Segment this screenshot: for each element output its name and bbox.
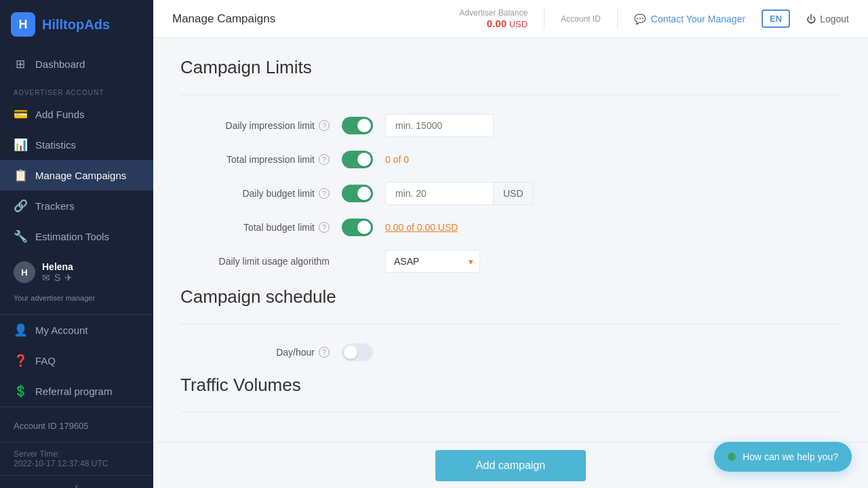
daily-budget-toggle[interactable] bbox=[342, 185, 373, 202]
total-impression-toggle[interactable] bbox=[342, 151, 373, 168]
traffic-volumes-title: Traffic Volumes bbox=[180, 375, 841, 396]
toggle-slider[interactable] bbox=[342, 117, 373, 134]
statistics-icon: 📊 bbox=[14, 138, 27, 152]
total-budget-toggle[interactable] bbox=[342, 219, 373, 236]
chat-icon: 💬 bbox=[634, 14, 646, 24]
add-funds-icon: 💳 bbox=[14, 107, 27, 121]
daily-limit-algorithm-row: Daily limit usage algorithm ASAP Evenly … bbox=[180, 250, 841, 273]
email-icon[interactable]: ✉ bbox=[42, 272, 50, 283]
logo-icon: H bbox=[11, 12, 35, 37]
sidebar-item-label: FAQ bbox=[35, 355, 56, 367]
faq-icon: ❓ bbox=[14, 354, 27, 368]
algorithm-select-wrap: ASAP Evenly ▾ bbox=[385, 250, 480, 273]
logo[interactable]: H HilltopAds bbox=[0, 0, 153, 49]
telegram-icon[interactable]: ✈ bbox=[64, 272, 73, 283]
day-hour-label: Day/hour ? bbox=[180, 347, 330, 358]
referral-icon: 💲 bbox=[14, 384, 27, 398]
manager-avatar: H bbox=[14, 261, 35, 283]
chat-label: How can we help you? bbox=[743, 451, 838, 462]
campaign-schedule-title: Campaign schedule bbox=[180, 286, 841, 307]
main-content: Manage Campaigns Advertiser Balance 0.00… bbox=[153, 0, 868, 488]
logout-label: Logout bbox=[820, 14, 849, 24]
chat-bubble[interactable]: How can we help you? bbox=[714, 442, 852, 472]
sidebar: H HilltopAds ⊞ Dashboard ADVERTISER ACCO… bbox=[0, 0, 153, 488]
sidebar-item-estimation-tools[interactable]: 🔧 Estimation Tools bbox=[0, 221, 153, 252]
sidebar-item-my-account[interactable]: 👤 My Account bbox=[0, 315, 153, 345]
toggle-slider[interactable] bbox=[342, 151, 373, 168]
toggle-slider[interactable] bbox=[342, 343, 373, 361]
dashboard-icon: ⊞ bbox=[14, 57, 27, 71]
sidebar-nav: ⊞ Dashboard ADVERTISER ACCOUNT 💳 Add Fun… bbox=[0, 49, 153, 407]
total-impression-limit-label: Total impression limit ? bbox=[180, 154, 330, 165]
header-divider-2 bbox=[617, 8, 618, 30]
algorithm-select[interactable]: ASAP Evenly bbox=[385, 250, 480, 273]
toggle-slider[interactable] bbox=[342, 219, 373, 236]
server-time: Server Time: 2022-10-17 12:37:48 UTC bbox=[0, 442, 153, 475]
section-divider-2 bbox=[180, 324, 841, 324]
sidebar-item-trackers[interactable]: 🔗 Trackers bbox=[0, 191, 153, 221]
daily-budget-limit-label: Daily budget limit ? bbox=[180, 188, 330, 199]
sidebar-bottom: Account ID 179605 Server Time: 2022-10-1… bbox=[0, 407, 153, 488]
manager-contact-icons: ✉ S ✈ bbox=[42, 272, 140, 283]
daily-impression-toggle[interactable] bbox=[342, 117, 373, 134]
skype-icon[interactable]: S bbox=[54, 272, 60, 283]
total-budget-limit-label: Total budget limit ? bbox=[180, 222, 330, 233]
manager-title: Your advertiser manager bbox=[0, 293, 153, 309]
sidebar-item-label: Add Funds bbox=[35, 109, 85, 120]
sidebar-item-add-funds[interactable]: 💳 Add Funds bbox=[0, 99, 153, 130]
estimation-tools-icon: 🔧 bbox=[14, 229, 27, 244]
sidebar-item-faq[interactable]: ❓ FAQ bbox=[0, 345, 153, 376]
sidebar-item-label: Dashboard bbox=[35, 58, 85, 70]
day-hour-toggle[interactable] bbox=[342, 343, 373, 361]
daily-impression-limit-label: Daily impression limit ? bbox=[180, 120, 330, 131]
sidebar-item-manage-campaigns[interactable]: 📋 Manage Campaigns bbox=[0, 160, 153, 191]
daily-budget-help-icon[interactable]: ? bbox=[319, 188, 330, 199]
total-budget-help-icon[interactable]: ? bbox=[319, 222, 330, 233]
collapse-sidebar-button[interactable]: ‹ bbox=[0, 475, 153, 488]
daily-limit-algorithm-label: Daily limit usage algorithm bbox=[180, 256, 330, 267]
add-campaign-button[interactable]: Add campaign bbox=[435, 450, 586, 481]
toggle-slider[interactable] bbox=[342, 185, 373, 202]
header-balance: Advertiser Balance 0.00 USD bbox=[459, 8, 528, 29]
sidebar-item-label: Estimation Tools bbox=[35, 231, 109, 242]
daily-impression-input[interactable] bbox=[385, 114, 494, 137]
language-selector[interactable]: EN bbox=[762, 10, 790, 28]
my-account-icon: 👤 bbox=[14, 323, 27, 337]
trackers-icon: 🔗 bbox=[14, 199, 27, 213]
sidebar-item-referral[interactable]: 💲 Referral program bbox=[0, 376, 153, 407]
total-impression-limit-row: Total impression limit ? 0 of 0 bbox=[180, 151, 841, 168]
logout-button[interactable]: ⏻ Logout bbox=[806, 14, 849, 24]
sidebar-item-label: Statistics bbox=[35, 139, 76, 151]
balance-currency: USD bbox=[509, 19, 528, 29]
day-hour-help-icon[interactable]: ? bbox=[319, 347, 330, 358]
sidebar-item-statistics[interactable]: 📊 Statistics bbox=[0, 130, 153, 160]
sidebar-item-label: Manage Campaigns bbox=[35, 170, 126, 181]
balance-amount: 0.00 bbox=[487, 18, 507, 29]
logout-icon: ⏻ bbox=[806, 14, 816, 24]
content-area: Campaign Limits Daily impression limit ?… bbox=[153, 38, 868, 488]
sidebar-item-label: Trackers bbox=[35, 200, 75, 212]
server-time-value: 2022-10-17 12:37:48 UTC bbox=[14, 459, 140, 468]
total-impression-help-icon[interactable]: ? bbox=[319, 154, 330, 165]
daily-budget-limit-row: Daily budget limit ? USD bbox=[180, 182, 841, 205]
sidebar-item-dashboard[interactable]: ⊞ Dashboard bbox=[0, 49, 153, 79]
header: Manage Campaigns Advertiser Balance 0.00… bbox=[153, 0, 868, 38]
daily-impression-help-icon[interactable]: ? bbox=[319, 120, 330, 131]
manager-name: Helena bbox=[42, 261, 140, 272]
account-id-block: Account ID 179605 bbox=[0, 414, 153, 442]
header-account-id: Account ID bbox=[561, 14, 601, 24]
section-divider-1 bbox=[180, 94, 841, 95]
server-time-label: Server Time: bbox=[14, 449, 140, 459]
page-title: Manage Campaigns bbox=[172, 12, 443, 26]
daily-budget-input-group: USD bbox=[385, 182, 534, 205]
account-id-label: Account ID bbox=[561, 14, 601, 24]
total-impression-value: 0 of 0 bbox=[385, 154, 409, 165]
header-divider-1 bbox=[544, 8, 545, 30]
campaign-limits-title: Campaign Limits bbox=[180, 57, 841, 78]
contact-manager-button[interactable]: 💬 Contact Your Manager bbox=[634, 14, 745, 24]
manager-section: H Helena ✉ S ✈ bbox=[0, 252, 153, 293]
sidebar-item-label: Referral program bbox=[35, 386, 112, 397]
balance-label: Advertiser Balance bbox=[459, 8, 528, 18]
total-budget-value[interactable]: 0.00 of 0.00 USD bbox=[385, 222, 458, 233]
daily-budget-input[interactable] bbox=[385, 182, 494, 205]
